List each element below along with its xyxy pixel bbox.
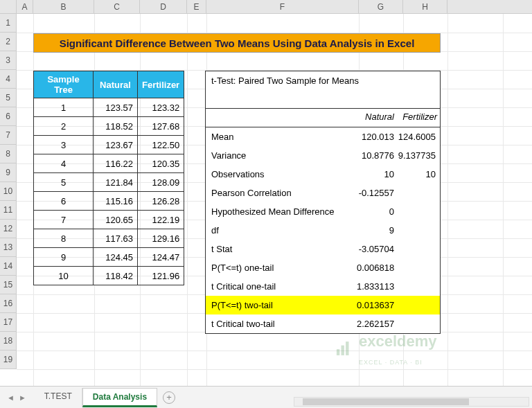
row-9[interactable]: 9 [0,163,16,182]
result-row[interactable]: t Critical two-tail2.262157 [206,314,440,333]
row-1[interactable]: 1 [0,14,16,33]
row-10[interactable]: 10 [0,182,16,201]
page-title: Significant Difference Between Two Means… [33,33,441,53]
row-8[interactable]: 8 [0,145,16,163]
row-12[interactable]: 12 [0,220,16,238]
table-row[interactable]: 2118.52127.68 [34,117,184,136]
table-row[interactable]: 10118.42121.96 [34,267,184,285]
row-13[interactable]: 13 [0,238,16,257]
cell[interactable]: 10 [34,267,94,285]
cell[interactable]: 126.28 [138,192,184,211]
col-C[interactable]: C [94,0,140,13]
result-row[interactable]: Pearson Correlation-0.12557 [206,184,440,202]
table-row[interactable]: 7120.65122.19 [34,211,184,229]
row-7[interactable]: 7 [0,126,16,145]
cell[interactable]: 7 [34,211,94,229]
cell[interactable]: 2 [34,117,94,136]
cell[interactable]: 121.84 [94,173,138,192]
cell[interactable]: 120.35 [138,154,184,173]
row-15[interactable]: 15 [0,276,16,294]
results-title: t-Test: Paired Two Sample for Means [206,71,440,109]
cell[interactable]: 120.65 [94,211,138,229]
result-row[interactable]: Variance10.87769.137735 [206,146,440,165]
cell[interactable]: 118.42 [94,267,138,285]
result-value-1: 120.013 [357,132,397,142]
row-4[interactable]: 4 [0,70,16,89]
row-19[interactable]: 19 [0,351,16,369]
svg-rect-0 [337,349,339,355]
cell[interactable]: 122.50 [138,136,184,154]
col-A[interactable]: A [17,0,33,13]
dtable-header: Fertilizer [138,71,184,98]
scrollbar-thumb[interactable] [303,398,469,405]
cell[interactable]: 5 [34,173,94,192]
col-F[interactable]: F [206,0,359,13]
tab-nav-first-icon[interactable]: ◄ [7,393,15,402]
table-row[interactable]: 4116.22120.35 [34,154,184,173]
cell[interactable]: 3 [34,136,94,154]
row-17[interactable]: 17 [0,313,16,332]
table-row[interactable]: 9124.45124.47 [34,248,184,267]
cell[interactable]: 6 [34,192,94,211]
result-label: Pearson Correlation [206,188,357,198]
row-6[interactable]: 6 [0,107,16,126]
result-row[interactable]: t Stat-3.05704 [206,240,440,258]
sheet-tab-data-analysis[interactable]: Data Analysis [82,388,157,407]
table-row[interactable]: 6115.16126.28 [34,192,184,211]
cell[interactable]: 4 [34,154,94,173]
col-H[interactable]: H [403,0,447,13]
table-row[interactable]: 1123.57123.32 [34,98,184,117]
result-label: Mean [206,132,357,142]
col-E[interactable]: E [187,0,206,13]
cell[interactable]: 117.63 [94,229,138,248]
cell[interactable]: 123.67 [94,136,138,154]
cell[interactable]: 128.09 [138,173,184,192]
cell[interactable]: 121.96 [138,267,184,285]
result-row[interactable]: Observations1010 [206,165,440,184]
row-14[interactable]: 14 [0,257,16,276]
col-G[interactable]: G [359,0,403,13]
result-row[interactable]: df9 [206,221,440,240]
cell[interactable]: 122.19 [138,211,184,229]
sheet-tab-bar: ◄ ► T.TESTData Analysis + [0,386,532,408]
add-sheet-button[interactable]: + [163,391,175,404]
column-header-row: A B C D E F G H [0,0,532,14]
cell-grid[interactable]: Significant Difference Between Two Means… [17,14,532,386]
table-row[interactable]: 5121.84128.09 [34,173,184,192]
cell[interactable]: 123.57 [94,98,138,117]
tab-nav-last-icon[interactable]: ► [19,393,26,402]
cell[interactable]: 115.16 [94,192,138,211]
result-row[interactable]: t Critical one-tail1.833113 [206,277,440,296]
result-label: Observations [206,169,357,179]
cell[interactable]: 124.45 [94,248,138,267]
cell[interactable]: 129.16 [138,229,184,248]
row-16[interactable]: 16 [0,294,16,313]
result-label: t Critical one-tail [206,281,357,292]
horizontal-scrollbar[interactable] [294,397,529,407]
result-row[interactable]: Hypothesized Mean Difference0 [206,202,440,221]
result-value-2: 9.137735 [397,150,440,161]
cell[interactable]: 1 [34,98,94,117]
cell[interactable]: 8 [34,229,94,248]
result-row[interactable]: P(T<=t) one-tail0.006818 [206,258,440,277]
row-11[interactable]: 11 [0,201,16,220]
row-3[interactable]: 3 [0,51,16,70]
results-col-natural: Natural [357,109,397,127]
table-row[interactable]: 3123.67122.50 [34,136,184,154]
cell[interactable]: 116.22 [94,154,138,173]
ttest-results-box: t-Test: Paired Two Sample for Means Natu… [205,71,441,334]
cell[interactable]: 127.68 [138,117,184,136]
result-row[interactable]: Mean120.013124.6005 [206,127,440,146]
result-row[interactable]: P(T<=t) two-tail0.013637 [206,296,440,314]
cell[interactable]: 118.52 [94,117,138,136]
col-D[interactable]: D [140,0,187,13]
row-18[interactable]: 18 [0,332,16,351]
table-row[interactable]: 8117.63129.16 [34,229,184,248]
row-5[interactable]: 5 [0,89,16,107]
sheet-tab-t-test[interactable]: T.TEST [35,388,82,407]
cell[interactable]: 123.32 [138,98,184,117]
cell[interactable]: 9 [34,248,94,267]
row-2[interactable]: 2 [0,33,16,51]
col-B[interactable]: B [33,0,94,13]
cell[interactable]: 124.47 [138,248,184,267]
